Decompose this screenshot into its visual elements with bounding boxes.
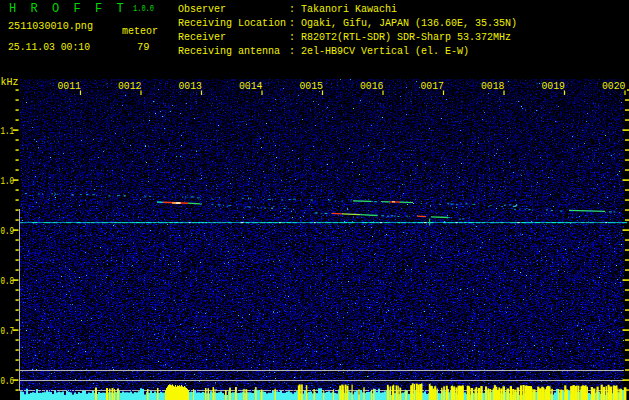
svg-text:R: R (31, 2, 38, 16)
svg-text:Receiver: Receiver (178, 31, 226, 43)
svg-text:kHz: kHz (1, 76, 19, 88)
svg-text:0012: 0012 (118, 80, 142, 92)
svg-text:0016: 0016 (360, 80, 384, 92)
svg-text:Receiving Location: Receiving Location (178, 17, 286, 29)
svg-text:O: O (52, 2, 59, 16)
svg-text:F: F (74, 2, 81, 16)
svg-text:0.7: 0.7 (1, 325, 15, 337)
svg-text:0.8: 0.8 (1, 275, 15, 287)
svg-text:: R820T2(RTL-SDR) SDR-Sharp 53: : R820T2(RTL-SDR) SDR-Sharp 53.372MHz (289, 31, 511, 43)
svg-text:F: F (95, 2, 102, 16)
svg-text:1.0: 1.0 (1, 175, 15, 187)
svg-text:T: T (117, 2, 124, 16)
svg-text:0.9: 0.9 (1, 225, 15, 237)
svg-text:1.1: 1.1 (1, 125, 15, 137)
svg-text:0017: 0017 (421, 80, 445, 92)
svg-text:0011: 0011 (58, 80, 82, 92)
svg-text:: 2el-HB9CV Vertical (el. E-W): : 2el-HB9CV Vertical (el. E-W) (289, 45, 469, 57)
svg-text:0.6: 0.6 (1, 375, 15, 387)
svg-text:79: 79 (137, 41, 150, 53)
svg-text:0013: 0013 (179, 80, 203, 92)
svg-text:: Ogaki, Gifu, JAPAN (136.60E,: : Ogaki, Gifu, JAPAN (136.60E, 35.35N) (289, 17, 517, 29)
svg-text:: Takanori Kawachi: : Takanori Kawachi (289, 3, 397, 15)
svg-text:25.11.03 00:10: 25.11.03 00:10 (8, 41, 90, 53)
svg-text:meteor: meteor (122, 25, 158, 37)
svg-text:0020: 0020 (602, 80, 626, 92)
svg-text:2511030010.png: 2511030010.png (8, 20, 93, 32)
svg-text:1.0.0: 1.0.0 (133, 4, 154, 14)
svg-text:0014: 0014 (239, 80, 263, 92)
svg-text:0018: 0018 (481, 80, 505, 92)
svg-text:0019: 0019 (542, 80, 566, 92)
svg-text:Receiving antenna: Receiving antenna (178, 45, 280, 57)
svg-text:H: H (9, 2, 16, 16)
svg-text:0015: 0015 (300, 80, 324, 92)
svg-text:Observer: Observer (178, 3, 226, 15)
